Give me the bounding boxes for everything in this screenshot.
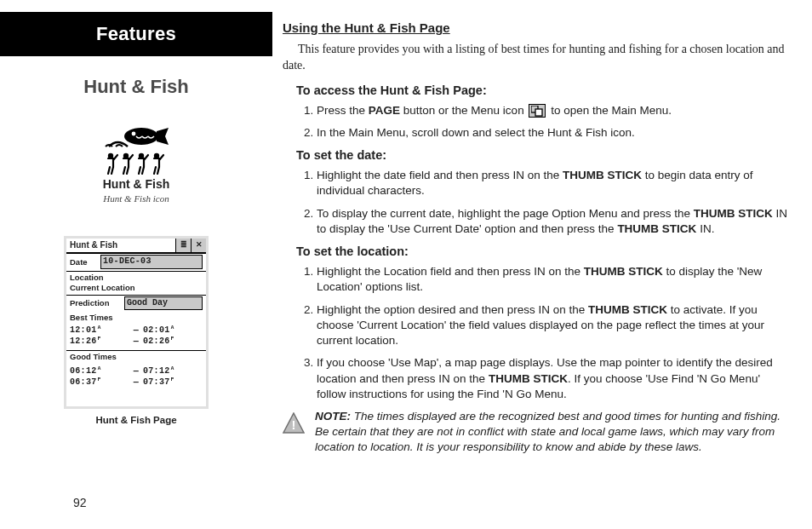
good-times: 06:12ᴬ — 07:12ᴬ 06:37ᴾ — 07:37ᴾ <box>66 364 206 391</box>
text: to open the Main Menu. <box>547 104 672 117</box>
note-label: NOTE: <box>315 410 351 423</box>
time-cell: 07:12ᴬ <box>143 366 203 377</box>
note-block: ! NOTE: The times displayed are the reco… <box>283 409 790 454</box>
page-heading: Using the Hunt & Fish Page <box>283 20 790 37</box>
dash: — <box>129 377 143 388</box>
screen-caption: Hunt & Fish Page <box>95 414 176 426</box>
text-bold: THUMB STICK <box>588 303 667 316</box>
good-row-1: 06:12ᴬ — 07:12ᴬ <box>70 366 203 377</box>
location-label: Location <box>70 273 203 283</box>
best-times: 12:01ᴬ — 02:01ᴬ 12:26ᴾ — 02:26ᴾ <box>66 323 206 350</box>
date-step-1: Highlight the date field and then press … <box>317 168 790 198</box>
text-bold: THUMB STICK <box>489 372 568 385</box>
text-bold: THUMB STICK <box>563 169 642 181</box>
text: Highlight the option desired and then pr… <box>317 303 588 316</box>
loc-step-1: Highlight the Location field and then pr… <box>317 264 790 295</box>
time-cell: 12:01ᴬ <box>70 325 129 336</box>
section-title: Hunt & Fish <box>0 75 272 99</box>
text: button or the Menu icon <box>400 104 527 117</box>
text-bold: THUMB STICK <box>617 222 696 235</box>
access-title: To access the Hunt & Fish Page: <box>296 83 790 98</box>
date-label: Date <box>70 257 99 267</box>
hunt-fish-icon-label: Hunt & Fish <box>103 177 170 193</box>
time-cell: 02:01ᴬ <box>143 325 203 336</box>
prediction-row: Prediction Good Day <box>66 295 206 313</box>
location-block: To set the location: Highlight the Locat… <box>296 244 790 402</box>
hunt-fish-icon <box>97 121 175 175</box>
access-step-2: In the Main Menu, scroll down and select… <box>317 125 790 141</box>
good-row-2: 06:37ᴾ — 07:37ᴾ <box>70 377 203 388</box>
hunt-fish-icon-block: Hunt & Fish Hunt & Fish icon <box>0 121 272 205</box>
date-step-2: To display the current date, highlight t… <box>317 206 790 237</box>
page-number: 92 <box>73 496 87 511</box>
dash: — <box>129 336 143 348</box>
time-cell: 07:37ᴾ <box>143 377 203 388</box>
time-cell: 06:12ᴬ <box>70 366 129 377</box>
time-cell: 06:37ᴾ <box>70 377 129 388</box>
intro-text: This feature provides you with a listing… <box>283 42 790 74</box>
note-body: The times displayed are the recognized b… <box>315 410 781 453</box>
text-bold: THUMB STICK <box>584 265 663 278</box>
best-times-label: Best Times <box>66 312 206 323</box>
svg-text:!: ! <box>292 417 296 432</box>
date-row: Date 10-DEC-03 <box>66 253 206 271</box>
features-label: Features <box>96 22 176 46</box>
location-title: To set the location: <box>296 244 790 259</box>
date-title: To set the date: <box>296 147 790 163</box>
date-block: To set the date: Highlight the date fiel… <box>296 147 790 237</box>
text: IN. <box>696 222 714 235</box>
text-bold: PAGE <box>369 104 400 117</box>
text: Highlight the date field and then press … <box>317 169 563 181</box>
best-row-2: 12:26ᴾ — 02:26ᴾ <box>70 336 203 348</box>
prediction-label: Prediction <box>70 298 121 308</box>
device-screen: Hunt & Fish ≣ ✕ Date 10-DEC-03 Location … <box>64 236 209 409</box>
loc-step-3: If you choose 'Use Map', a map page disp… <box>317 355 790 402</box>
features-header: Features <box>0 12 272 56</box>
svg-point-1 <box>132 131 136 135</box>
date-value: 10-DEC-03 <box>100 255 203 269</box>
screen-title: Hunt & Fish <box>66 239 175 253</box>
close-icon: ✕ <box>191 239 206 253</box>
best-row-1: 12:01ᴬ — 02:01ᴬ <box>70 325 203 336</box>
menu-icon <box>529 104 546 118</box>
icon-caption: Hunt & Fish icon <box>103 193 169 205</box>
dash: — <box>129 366 143 377</box>
text: Highlight the Location field and then pr… <box>317 265 584 278</box>
note-text: NOTE: The times displayed are the recogn… <box>315 409 790 454</box>
location-row: Location Current Location <box>66 271 206 295</box>
text: Press the <box>317 104 369 117</box>
screen-titlebar: Hunt & Fish ≣ ✕ <box>66 239 206 254</box>
prediction-value: Good Day <box>124 296 203 311</box>
intro-body: This feature provides you with a listing… <box>283 43 785 72</box>
location-value: Current Location <box>70 283 203 293</box>
text-bold: THUMB STICK <box>694 207 773 220</box>
time-cell: 02:26ᴾ <box>143 336 203 348</box>
dash: — <box>129 325 143 336</box>
access-block: To access the Hunt & Fish Page: Press th… <box>296 83 790 141</box>
loc-step-2: Highlight the option desired and then pr… <box>317 302 790 349</box>
text: To display the current date, highlight t… <box>317 207 694 220</box>
time-cell: 12:26ᴾ <box>70 336 129 348</box>
svg-rect-7 <box>535 109 542 116</box>
good-times-label: Good Times <box>66 350 206 364</box>
warning-icon: ! <box>283 412 305 434</box>
access-step-1: Press the PAGE button or the Menu icon t… <box>317 103 790 118</box>
menu-icon: ≣ <box>175 239 191 253</box>
screen-figure: Hunt & Fish ≣ ✕ Date 10-DEC-03 Location … <box>0 236 272 426</box>
